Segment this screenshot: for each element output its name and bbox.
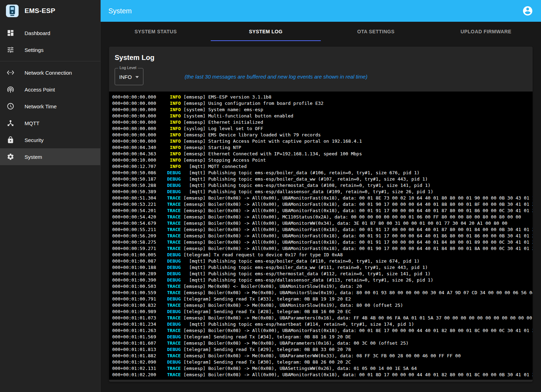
- clock-icon: [6, 102, 15, 110]
- tab-ota-settings[interactable]: OTA SETTINGS: [321, 22, 431, 41]
- sidebar-item-system[interactable]: System: [0, 148, 100, 165]
- network-connection-icon: [6, 68, 15, 77]
- sidebar-item-settings[interactable]: Settings: [0, 41, 100, 58]
- log-line: 000+00:01:00.087 DEBUG [mqtt] Publishing…: [112, 258, 533, 264]
- sidebar-item-label: Network Time: [25, 103, 57, 109]
- sidebar-item-dashboard[interactable]: Dashboard: [0, 25, 100, 41]
- sidebar-item-network-time[interactable]: Network Time: [0, 98, 100, 115]
- sidebar-item-label: MQTT: [25, 120, 40, 126]
- sidebar-nav: DashboardSettingsNetwork ConnectionAcces…: [0, 22, 100, 165]
- log-line: 000+00:01:00.390 DEBUG [mqtt] Publishing…: [112, 277, 533, 283]
- page-title: System: [108, 7, 522, 15]
- main-column: System SYSTEM STATUSSYSTEM LOGOTA SETTIN…: [101, 0, 541, 392]
- tab-bar: SYSTEM STATUSSYSTEM LOGOTA SETTINGSUPLOA…: [101, 22, 541, 41]
- log-line: 000+00:01:01.569 DEBUG [telegram] Sendin…: [112, 334, 533, 340]
- sidebar-item-label: Security: [25, 137, 43, 143]
- log-line: 000+00:01:00.289 DEBUG [mqtt] Publishing…: [112, 271, 533, 277]
- log-line: 000+00:00:00.000 INFO [emsesp] EMS Devic…: [112, 132, 533, 138]
- log-line: 000+00:01:02.200 TRACE [emsesp] Boiler(0…: [112, 372, 533, 378]
- log-lines: 000+00:00:00.000 INFO [emsesp] EMS-ESP v…: [112, 94, 533, 380]
- log-line: 000+00:00:53.221 TRACE [emsesp] Boiler(0…: [112, 201, 533, 208]
- card-title: System Log: [115, 54, 527, 62]
- sidebar-item-label: Settings: [25, 47, 43, 53]
- log-line: 000+00:01:01.234 DEBUG [mqtt] Publishing…: [112, 321, 533, 327]
- log-line: 000+00:00:00.000 INFO [emsesp] Using con…: [112, 100, 533, 107]
- buffer-note: (the last 30 messages are buffered and n…: [185, 74, 367, 80]
- sidebar: EMS-ESP DashboardSettingsNetwork Connect…: [0, 0, 101, 392]
- tab-upload-firmware[interactable]: UPLOAD FIRMWARE: [431, 22, 541, 41]
- log-line: 000+00:01:00.989 DEBUG [telegram] Sendin…: [112, 309, 533, 315]
- log-line: 000+00:01:02.090 DEBUG [telegram] Sendin…: [112, 359, 533, 365]
- sidebar-item-label: Dashboard: [25, 30, 50, 36]
- tab-system-status[interactable]: SYSTEM STATUS: [101, 22, 211, 41]
- dropdown-caret-icon: [135, 76, 139, 78]
- log-line: 000+00:00:00.000 INFO [emsesp] Starting …: [112, 138, 533, 144]
- log-line: 000+00:01:00.503 TRACE [emsesp] Me(0x0B)…: [112, 283, 533, 290]
- ems-esp-logo-icon: [6, 4, 19, 18]
- lock-icon: [6, 136, 15, 144]
- gear-icon: [6, 153, 15, 161]
- log-line: 000+00:01:00.188 DEBUG [mqtt] Publishing…: [112, 264, 533, 271]
- log-line: 000+00:00:04.363 INFO [emsesp] Ethernet …: [112, 151, 533, 157]
- log-line: 000+00:00:50.086 DEBUG [mqtt] Publishing…: [112, 170, 533, 176]
- log-line: 000+00:01:00.005 DEBUG [telegram] Tx rea…: [112, 252, 533, 258]
- log-line: 000+00:00:50.389 DEBUG [mqtt] Publishing…: [112, 189, 533, 195]
- log-line: 000+00:00:55.211 TRACE [emsesp] Boiler(0…: [112, 227, 533, 233]
- sidebar-item-security[interactable]: Security: [0, 131, 100, 148]
- sidebar-item-label: System: [25, 154, 42, 160]
- app-title: EMS-ESP: [25, 7, 55, 15]
- log-level-value: INFO: [119, 74, 132, 80]
- log-line: 000+00:00:00.000 INFO [emsesp] EMS-ESP v…: [112, 94, 533, 100]
- log-line: 000+00:00:59.271 TRACE [emsesp] Boiler(0…: [112, 245, 533, 252]
- log-line: 000+00:00:04.340 INFO [emsesp] Starting …: [112, 144, 533, 151]
- device-hub-icon: [6, 119, 15, 127]
- log-line: 000+00:01:01.263 TRACE [emsesp] Boiler(0…: [112, 327, 533, 334]
- log-line: 000+00:00:54.420 TRACE [emsesp] Boiler(0…: [112, 214, 533, 220]
- log-line: 000+00:01:01.607 TRACE [emsesp] Boiler(0…: [112, 340, 533, 346]
- log-line: 000+00:00:51.304 TRACE [emsesp] Boiler(0…: [112, 195, 533, 201]
- log-line: 000+00:00:10.000 INFO [emsesp] Stopping …: [112, 157, 533, 163]
- sidebar-item-label: Access Point: [25, 87, 55, 93]
- sidebar-item-network-connection[interactable]: Network Connection: [0, 64, 100, 81]
- log-line: 000+00:00:56.209 TRACE [emsesp] Boiler(0…: [112, 233, 533, 239]
- sidebar-divider: [0, 61, 100, 61]
- log-level-label: Log Level: [118, 66, 138, 70]
- log-line: 000+00:01:01.813 DEBUG [telegram] Sendin…: [112, 346, 533, 353]
- log-line: 000+00:00:50.187 DEBUG [mqtt] Publishing…: [112, 176, 533, 182]
- log-console[interactable]: 000+00:00:00.000 INFO [emsesp] EMS-ESP v…: [109, 92, 533, 380]
- settings-tune-icon: [6, 46, 15, 54]
- dashboard-icon: [6, 29, 15, 37]
- log-line: 000+00:00:00.000 INFO [system] System na…: [112, 107, 533, 113]
- access-point-icon: [6, 85, 15, 94]
- log-line: 000+00:01:00.832 TRACE [emsesp] Boiler(0…: [112, 302, 533, 309]
- log-line: 000+00:00:58.275 TRACE [emsesp] Boiler(0…: [112, 239, 533, 245]
- system-log-card: System Log Log Level INFO (the last 30 m…: [109, 47, 533, 382]
- log-line: 000+00:00:00.000 INFO [emsesp] Ethernet …: [112, 119, 533, 126]
- sidebar-item-label: Network Connection: [25, 70, 72, 76]
- log-line: 000+00:00:54.201 TRACE [emsesp] Boiler(0…: [112, 208, 533, 214]
- log-line: 000+00:00:12.707 INFO [mqtt] MQTT connec…: [112, 163, 533, 170]
- log-line: 000+00:01:00.791 DEBUG [telegram] Sendin…: [112, 296, 533, 302]
- log-line: 000+00:01:00.559 TRACE [emsesp] Boiler(0…: [112, 290, 533, 296]
- log-line: 000+00:01:02.131 TRACE [emsesp] Boiler(0…: [112, 365, 533, 372]
- app-root: EMS-ESP DashboardSettingsNetwork Connect…: [0, 0, 541, 392]
- log-line: 000+00:00:50.288 DEBUG [mqtt] Publishing…: [112, 182, 533, 189]
- log-level-select[interactable]: Log Level INFO: [115, 68, 143, 85]
- sidebar-item-access-point[interactable]: Access Point: [0, 81, 100, 98]
- log-line: 000+00:01:01.073 TRACE [emsesp] Boiler(0…: [112, 315, 533, 321]
- sidebar-item-mqtt[interactable]: MQTT: [0, 115, 100, 131]
- sidebar-header: EMS-ESP: [0, 0, 100, 22]
- log-line: 000+00:00:00.000 INFO [system] Multi-fun…: [112, 113, 533, 119]
- log-controls: Log Level INFO (the last 30 messages are…: [115, 68, 527, 85]
- log-line: 000+00:01:01.882 TRACE [emsesp] Boiler(0…: [112, 353, 533, 359]
- log-line: 000+00:00:54.679 TRACE [emsesp] Boiler(0…: [112, 220, 533, 227]
- account-icon[interactable]: [522, 5, 533, 16]
- tab-system-log[interactable]: SYSTEM LOG: [211, 22, 321, 41]
- app-bar: System: [101, 0, 541, 22]
- log-line: 000+00:00:00.000 INFO [syslog] Log level…: [112, 126, 533, 132]
